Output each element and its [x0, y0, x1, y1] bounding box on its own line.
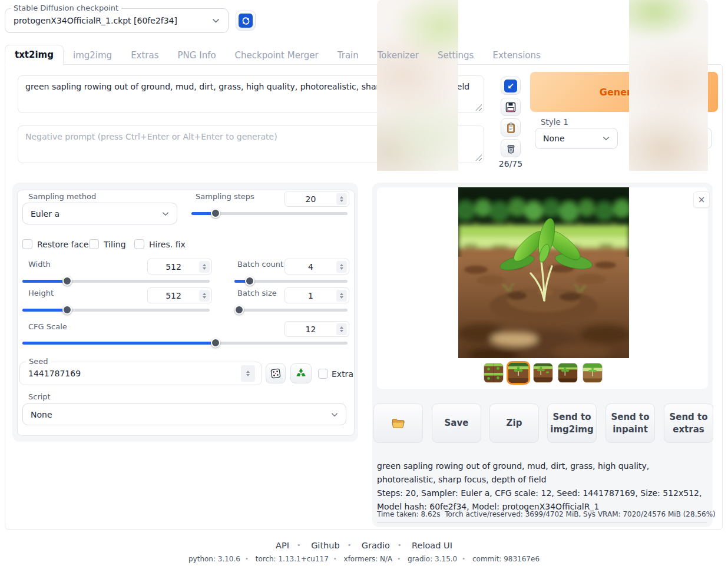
- footer-versions: python: 3.10.6• torch: 1.13.1+cu117• xfo…: [0, 555, 728, 563]
- tab-extensions[interactable]: Extensions: [483, 46, 550, 65]
- generated-image[interactable]: [458, 187, 629, 358]
- tab-train[interactable]: Train: [328, 46, 368, 65]
- seed-label: Seed: [26, 357, 51, 366]
- tiling-label: Tiling: [104, 240, 126, 249]
- tab-extras[interactable]: Extras: [121, 46, 168, 65]
- footer-link-reload-ui[interactable]: Reload UI: [412, 541, 452, 550]
- arrow-down-left-icon: ↙: [504, 80, 517, 92]
- chevron-down-icon: [162, 211, 169, 216]
- tab-tokenizer[interactable]: Tokenizer: [368, 46, 428, 65]
- gallery-blur-right: [629, 0, 708, 171]
- generation-info-prompt: green sapling rowing out of ground, mud,…: [377, 459, 707, 487]
- checkpoint-label: Stable Diffusion checkpoint: [11, 4, 121, 12]
- restore-faces-label: Restore faces: [37, 240, 93, 249]
- zip-button[interactable]: Zip: [489, 403, 539, 443]
- chevron-down-icon: [212, 18, 220, 23]
- thumbnail-4[interactable]: [558, 363, 578, 383]
- extra-seed-label: Extra: [332, 369, 353, 379]
- folder-icon: [391, 418, 405, 429]
- sampling-steps-input[interactable]: [284, 191, 349, 207]
- batch-size-slider[interactable]: [234, 305, 348, 315]
- batch-size-label: Batch size: [237, 289, 277, 297]
- extra-seed-checkbox[interactable]: [318, 369, 328, 379]
- recycle-icon: [295, 368, 307, 379]
- floppy-icon: [505, 101, 517, 113]
- hires-fix-label: Hires. fix: [149, 240, 186, 249]
- read-generation-params-button[interactable]: ↙: [501, 77, 521, 95]
- script-select[interactable]: None: [22, 403, 346, 425]
- width-label: Width: [28, 260, 51, 269]
- info-divider: [377, 522, 707, 522]
- width-slider[interactable]: [22, 276, 210, 286]
- sampling-steps-slider[interactable]: [191, 209, 348, 218]
- height-label: Height: [28, 289, 54, 297]
- token-counter: 26/75: [498, 159, 524, 168]
- batch-count-slider[interactable]: [234, 276, 348, 286]
- tab-img2img[interactable]: img2img: [64, 46, 121, 65]
- thumbnail-selected[interactable]: [507, 361, 530, 385]
- hires-fix-checkbox[interactable]: [134, 239, 144, 249]
- cfg-scale-input[interactable]: [284, 321, 349, 337]
- cfg-scale-label: CFG Scale: [28, 322, 67, 331]
- save-style-button[interactable]: [501, 98, 521, 116]
- batch-count-label: Batch count: [237, 260, 283, 269]
- main-tabs: txt2img img2img Extras PNG Info Checkpoi…: [5, 45, 550, 65]
- close-icon: ×: [698, 194, 706, 205]
- thumbnail-5[interactable]: [583, 363, 603, 383]
- refresh-checkpoint-button[interactable]: [236, 11, 256, 31]
- style1-select[interactable]: None: [535, 128, 618, 149]
- cfg-scale-slider[interactable]: [22, 338, 348, 348]
- chevron-down-icon: [331, 412, 338, 417]
- thumbnail-grid[interactable]: [484, 363, 504, 383]
- checkpoint-value: protogenX34OfficialR_1.ckpt [60fe2f34]: [14, 16, 177, 25]
- footer-link-github[interactable]: Github: [311, 541, 340, 550]
- open-folder-button[interactable]: [373, 403, 423, 443]
- close-gallery-button[interactable]: ×: [693, 191, 710, 208]
- chevron-down-icon: [603, 136, 610, 141]
- tab-checkpoint-merger[interactable]: Checkpoint Merger: [226, 46, 328, 65]
- style1-label: Style 1: [541, 117, 568, 127]
- footer-link-api[interactable]: API: [276, 541, 289, 550]
- stepper-arrows[interactable]: [336, 193, 347, 205]
- tab-png-info[interactable]: PNG Info: [168, 46, 226, 65]
- generation-info-time: Time taken: 8.62s Torch active/reserved:…: [377, 510, 716, 518]
- tiling-checkbox[interactable]: [89, 239, 99, 249]
- random-seed-button[interactable]: [266, 363, 286, 383]
- tab-txt2img[interactable]: txt2img: [5, 45, 64, 65]
- reuse-seed-button[interactable]: [290, 363, 312, 383]
- width-input[interactable]: [147, 259, 212, 274]
- save-button[interactable]: Save: [432, 403, 481, 443]
- tab-settings[interactable]: Settings: [428, 46, 484, 65]
- height-input[interactable]: [147, 287, 212, 303]
- apply-style-button[interactable]: [501, 118, 521, 137]
- restore-faces-checkbox[interactable]: [22, 239, 32, 249]
- height-slider[interactable]: [22, 305, 210, 315]
- trash-icon: [505, 143, 517, 154]
- refresh-icon: [239, 14, 253, 28]
- clipboard-icon: [505, 122, 517, 134]
- footer-link-gradio[interactable]: Gradio: [362, 541, 390, 550]
- sampling-steps-label: Sampling steps: [196, 192, 254, 201]
- batch-size-input[interactable]: [284, 287, 349, 303]
- thumbnail-3[interactable]: [533, 363, 553, 383]
- sampling-method-select[interactable]: Euler a: [22, 203, 177, 224]
- sampling-method-label: Sampling method: [28, 192, 96, 201]
- clear-prompt-button[interactable]: [501, 139, 521, 157]
- batch-count-input[interactable]: [284, 259, 349, 274]
- footer-links: API• Github• Gradio• Reload UI: [0, 541, 728, 550]
- send-to-img2img-button[interactable]: Send to img2img: [547, 403, 597, 443]
- seed-input[interactable]: [19, 362, 262, 385]
- gallery-blur-left: [377, 0, 458, 171]
- dice-icon: [270, 368, 282, 379]
- send-to-inpaint-button[interactable]: Send to inpaint: [605, 403, 655, 443]
- send-to-extras-button[interactable]: Send to extras: [664, 403, 713, 443]
- script-label: Script: [28, 392, 51, 401]
